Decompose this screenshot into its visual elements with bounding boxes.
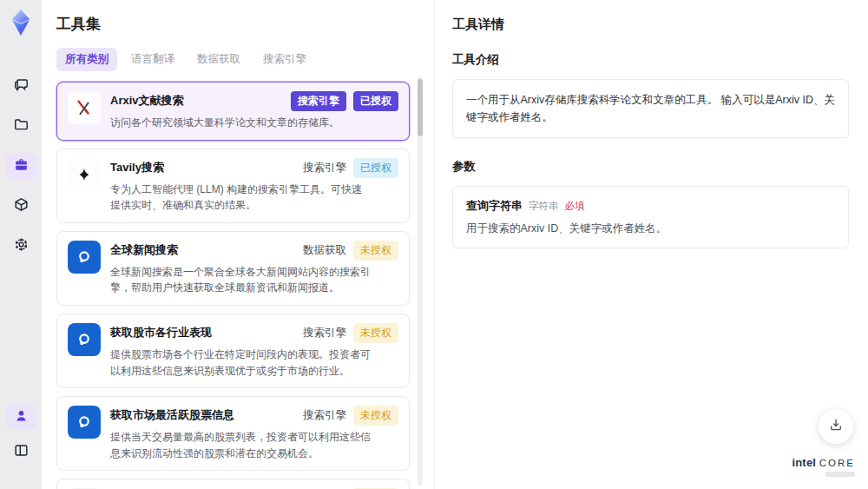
sidebar-item-chat[interactable] — [5, 73, 36, 99]
news-search-icon — [68, 406, 101, 439]
tool-description: 专为人工智能代理 (LLM) 构建的搜索引擎工具。可快速提供实时、准确和真实的结… — [110, 182, 371, 214]
sidebar-item-collapse[interactable] — [5, 439, 36, 465]
tool-details-panel: 工具详情 工具介绍 一个用于从Arxiv存储库搜索科学论文和文章的工具。 输入可… — [434, 0, 868, 489]
folder-icon — [13, 116, 30, 136]
tool-list-panel: 工具集 所有类别 语言翻译 数据获取 搜索引擎 Arxiv文献搜索 — [42, 0, 434, 489]
tool-card[interactable]: Tavily搜索 搜索引擎 已授权 专为人工智能代理 (LLM) 构建的搜索引擎… — [56, 149, 410, 223]
param-card: 查询字符串 字符串 必填 用于搜索的Arxiv ID、关键字或作者姓名。 — [452, 186, 849, 248]
brand-core-text: CORE — [819, 458, 855, 468]
brand-intel-text: intel — [792, 456, 816, 469]
tool-description: 全球新闻搜索是一个聚合全球各大新闻网站内容的搜索引擎，帮助用户快速获取全球最新资… — [110, 264, 371, 296]
tool-card[interactable]: 全球新闻搜索 数据获取 未授权 全球新闻搜索是一个聚合全球各大新闻网站内容的搜索… — [56, 231, 410, 306]
status-badge: 未授权 — [353, 406, 398, 426]
gear-icon — [13, 236, 30, 256]
intro-text: 一个用于从Arxiv存储库搜索科学论文和文章的工具。 输入可以是Arxiv ID… — [452, 79, 849, 138]
intro-heading: 工具介绍 — [452, 52, 849, 68]
download-button[interactable] — [819, 409, 853, 444]
param-name: 查询字符串 — [466, 198, 523, 214]
param-required-flag: 必填 — [565, 200, 585, 213]
user-icon — [13, 407, 30, 427]
scrollbar-thumb[interactable] — [418, 79, 423, 136]
category-label: 搜索引擎 — [303, 161, 346, 175]
details-title: 工具详情 — [452, 17, 849, 33]
sidebar-item-account[interactable] — [5, 404, 36, 430]
param-description: 用于搜索的Arxiv ID、关键字或作者姓名。 — [466, 221, 835, 236]
brand-sub-mark — [825, 472, 855, 477]
intel-core-logo: intel CORE — [792, 456, 855, 477]
news-search-icon — [68, 323, 101, 356]
category-label: 数据获取 — [303, 243, 346, 258]
tab-data-fetch[interactable]: 数据获取 — [188, 48, 249, 71]
status-badge: 未授权 — [353, 323, 398, 343]
sidebar-item-models[interactable] — [5, 193, 36, 219]
tool-description: 访问各个研究领域大量科学论文和文章的存储库。 — [110, 115, 371, 131]
tool-card[interactable]: 获取股市各行业表现 搜索引擎 未授权 提供股票市场各个行业在特定时间段内的表现。… — [56, 314, 410, 388]
news-search-icon — [68, 241, 101, 274]
sidebar-item-settings[interactable] — [5, 233, 36, 259]
status-badge: 已授权 — [353, 158, 398, 178]
sidebar-item-files[interactable] — [5, 113, 36, 139]
page-title: 工具集 — [56, 14, 434, 34]
tool-description: 提供股票市场各个行业在特定时间段内的表现。投资者可以利用这些信息来识别表现优于或… — [110, 347, 371, 379]
category-label: 搜索引擎 — [303, 326, 346, 340]
category-badge: 搜索引擎 — [291, 91, 346, 111]
tool-name: Arxiv文献搜索 — [110, 91, 284, 109]
list-scrollbar[interactable] — [418, 76, 423, 486]
params-heading: 参数 — [452, 159, 849, 175]
param-type: 字符串 — [529, 200, 559, 213]
tool-card-list: Arxiv文献搜索 搜索引擎 已授权 访问各个研究领域大量科学论文和文章的存储库… — [56, 82, 434, 489]
category-tabs: 所有类别 语言翻译 数据获取 搜索引擎 — [56, 48, 434, 71]
app-root: 工具集 所有类别 语言翻译 数据获取 搜索引擎 Arxiv文献搜索 — [0, 0, 868, 489]
chat-icon — [13, 76, 30, 96]
tool-name: 获取市场最活跃股票信息 — [110, 406, 296, 423]
tool-card[interactable]: 获取市场最活跃股票信息 搜索引擎 未授权 提供当天交易量最高的股票列表，投资者可… — [56, 396, 410, 471]
category-label: 搜索引擎 — [303, 408, 346, 423]
tab-all-categories[interactable]: 所有类别 — [56, 48, 117, 71]
download-icon — [828, 417, 844, 436]
status-badge: 未授权 — [353, 241, 398, 261]
sparkle-icon — [68, 158, 101, 191]
tool-card[interactable]: Arxiv文献搜索 搜索引擎 已授权 访问各个研究领域大量科学论文和文章的存储库… — [56, 82, 410, 141]
arxiv-icon — [68, 91, 101, 124]
collapse-panel-icon — [13, 442, 30, 462]
tab-search-engine[interactable]: 搜索引擎 — [254, 48, 315, 71]
status-badge: 已授权 — [353, 91, 398, 111]
toolbox-icon — [13, 156, 30, 176]
tool-card[interactable]: 万维地区新闻查询 搜索引擎 未授权 查询具体行政区划内的新闻，快速了解各地新闻动 — [56, 479, 410, 489]
tool-name: 全球新闻搜索 — [110, 241, 296, 258]
cube-icon — [13, 196, 30, 216]
app-logo-icon — [7, 9, 35, 36]
tool-name: Tavily搜索 — [110, 158, 296, 175]
tab-translation[interactable]: 语言翻译 — [122, 48, 183, 71]
icon-rail — [0, 0, 42, 489]
sidebar-item-tools[interactable] — [5, 153, 36, 179]
tool-description: 提供当天交易量最高的股票列表，投资者可以利用这些信息来识别流动性强的股票和潜在的… — [110, 429, 371, 461]
tool-name: 获取股市各行业表现 — [110, 323, 296, 340]
